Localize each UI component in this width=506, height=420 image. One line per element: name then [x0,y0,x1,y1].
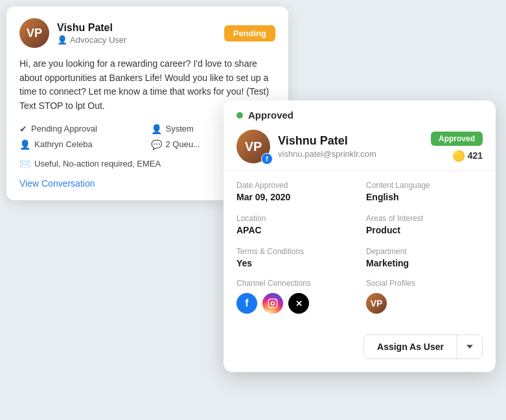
field-value-department: Marketing [366,258,483,268]
channel-connections-section: Channel Connections f ✕ [236,279,353,314]
chat-icon: 💬 [151,139,162,150]
details-body: Date Approved Mar 09, 2020 Content Langu… [224,170,496,372]
meta-label-pending: Pending Approval [31,124,97,134]
social-profiles-section: Social Profiles VP [366,279,483,314]
meta-label-system: System [166,124,194,134]
field-value-date: Mar 09, 2020 [236,192,353,202]
field-value-language: English [366,192,483,202]
details-grid: Date Approved Mar 09, 2020 Content Langu… [236,181,483,268]
status-dot [236,112,243,119]
user-icon-kathryn: 👤 [19,139,30,150]
email-icon: ✉️ [19,159,30,169]
field-label-location: Location [236,214,353,223]
field-location: Location APAC [236,214,353,235]
user-icon-system: 👤 [151,124,162,134]
meta-item-kathryn: 👤 Kathryn Celeba [19,139,144,150]
twitter-channel-icon: ✕ [288,293,309,314]
details-user-name: Vishnu Patel [278,134,376,148]
field-value-areas: Product [366,225,483,235]
svg-point-2 [275,300,276,301]
user-profile-left: VP f Vishnu Patel vishnu.patel@sprinklr.… [236,130,376,163]
details-card-header: Approved VP f Vishnu Patel vishnu.patel@… [224,100,496,170]
channel-connections-label: Channel Connections [236,279,353,288]
card-header: VP Vishu Patel 👤 Advocacy User Pending [19,18,275,48]
view-conversation-link[interactable]: View Conversation [19,178,95,189]
user-icon: 👤 [57,35,67,45]
meta-label-queue: 2 Queu... [166,139,200,149]
details-card: Approved VP f Vishnu Patel vishnu.patel@… [224,100,496,372]
assign-btn-group[interactable]: Assign As User [363,334,483,359]
field-areas-of-interest: Areas of Interest Product [366,214,483,235]
social-profiles-label: Social Profiles [366,279,483,288]
svg-rect-0 [268,299,277,307]
svg-point-1 [271,301,274,305]
check-icon: ✔ [19,124,27,134]
field-department: Department Marketing [366,247,483,268]
field-terms: Terms & Conditions Yes [236,247,353,268]
pending-badge: Pending [224,25,275,41]
approved-status: Approved [236,110,483,121]
user-profile-right: Approved 🟡 421 [431,132,483,162]
card-header-left: VP Vishu Patel 👤 Advocacy User [19,18,126,48]
field-label-language: Content Language [366,181,483,190]
email-label: Useful, No-action required, EMEA [34,159,161,169]
instagram-channel-icon [262,293,283,314]
details-user-info: Vishnu Patel vishnu.patel@sprinklr.com [278,134,376,159]
facebook-channel-icon: f [236,293,257,314]
assign-as-user-button[interactable]: Assign As User [364,335,457,358]
details-footer: Assign As User [236,334,483,362]
coin-icon: 🟡 [452,150,465,162]
details-user-email: vishnu.patel@sprinklr.com [278,149,376,159]
avatar: VP [19,18,49,48]
bottom-connections: Channel Connections f ✕ Social Profiles [236,279,483,323]
field-date-approved: Date Approved Mar 09, 2020 [236,181,353,202]
meta-label-kathryn: Kathryn Celeba [34,139,93,149]
field-content-language: Content Language English [366,181,483,202]
user-info: Vishu Patel 👤 Advocacy User [57,22,126,45]
social-profile-icons: VP [366,293,483,314]
social-profile-avatar: VP [366,293,387,314]
approved-badge: Approved [431,132,483,146]
field-label-department: Department [366,247,483,256]
channel-icons-group: f ✕ [236,293,353,314]
field-label-date: Date Approved [236,181,353,190]
user-profile-row: VP f Vishnu Patel vishnu.patel@sprinklr.… [236,130,483,163]
coins-value: 421 [468,150,483,161]
user-name: Vishu Patel [57,22,126,34]
field-label-terms: Terms & Conditions [236,247,353,256]
details-avatar: VP f [236,130,270,163]
coins-display: 🟡 421 [452,150,483,162]
field-value-location: APAC [236,225,353,235]
assign-dropdown-button[interactable] [457,335,482,358]
chevron-down-icon [466,345,473,349]
user-role: 👤 Advocacy User [57,35,126,45]
field-label-areas: Areas of Interest [366,214,483,223]
status-label: Approved [248,110,293,121]
field-value-terms: Yes [236,258,353,268]
meta-item-pending: ✔ Pending Approval [19,124,144,134]
fb-badge-icon: f [261,153,273,165]
